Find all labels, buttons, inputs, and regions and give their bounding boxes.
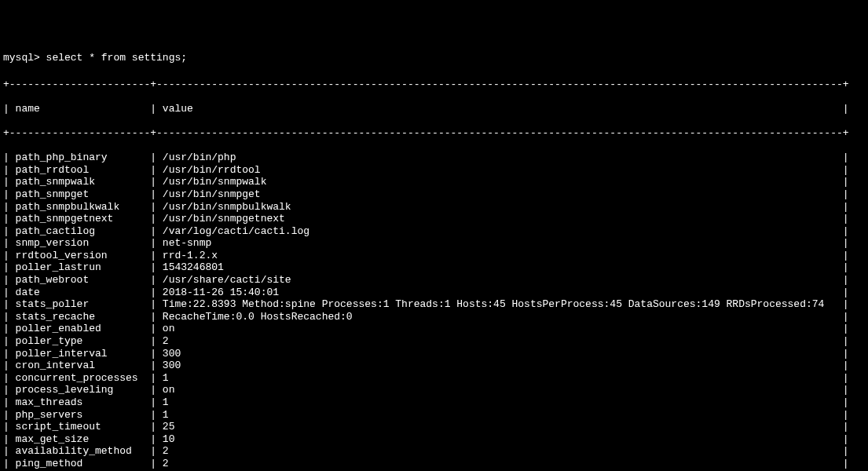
header-row: | name | value | bbox=[3, 103, 865, 115]
table-row: | poller_enabled | on | bbox=[3, 323, 865, 335]
table-row: | php_servers | 1 | bbox=[3, 409, 865, 422]
table-row: | path_snmpbulkwalk | /usr/bin/snmpbulkw… bbox=[3, 201, 865, 214]
table-row: | path_rrdtool | /usr/bin/rrdtool | bbox=[3, 164, 865, 177]
table-row: | cron_interval | 300 | bbox=[3, 360, 865, 372]
table-row: | poller_interval | 300 | bbox=[3, 348, 865, 360]
table-row: | concurrent_processes | 1 | bbox=[3, 372, 865, 385]
mysql-prompt: mysql> select * from settings; bbox=[3, 52, 865, 64]
table-body: | path_php_binary | /usr/bin/php || path… bbox=[3, 152, 865, 471]
header-separator: +-----------------------+---------------… bbox=[3, 127, 865, 140]
table-row: | stats_poller | Time:22.8393 Method:spi… bbox=[3, 298, 865, 311]
table-row: | path_webroot | /usr/share/cacti/site | bbox=[3, 274, 865, 287]
table-row: | max_threads | 1 | bbox=[3, 396, 865, 409]
table-row: | process_leveling | on | bbox=[3, 384, 865, 396]
table-row: | date | 2018-11-26 15:40:01 | bbox=[3, 287, 865, 299]
top-separator: +-----------------------+---------------… bbox=[3, 78, 865, 91]
table-row: | rrdtool_version | rrd-1.2.x | bbox=[3, 250, 865, 262]
table-row: | snmp_version | net-snmp | bbox=[3, 237, 865, 250]
table-row: | path_snmpgetnext | /usr/bin/snmpgetnex… bbox=[3, 213, 865, 225]
table-row: | poller_type | 2 | bbox=[3, 335, 865, 348]
table-row: | max_get_size | 10 | bbox=[3, 433, 865, 446]
table-row: | path_cactilog | /var/log/cacti/cacti.l… bbox=[3, 225, 865, 238]
table-row: | script_timeout | 25 | bbox=[3, 421, 865, 433]
table-row: | path_snmpget | /usr/bin/snmpget | bbox=[3, 188, 865, 201]
table-row: | path_snmpwalk | /usr/bin/snmpwalk | bbox=[3, 176, 865, 188]
table-row: | poller_lastrun | 1543246801 | bbox=[3, 261, 865, 274]
table-row: | stats_recache | RecacheTime:0.0 HostsR… bbox=[3, 311, 865, 323]
table-row: | availability_method | 2 | bbox=[3, 445, 865, 458]
table-row: | ping_method | 2 | bbox=[3, 458, 865, 470]
table-row: | path_php_binary | /usr/bin/php | bbox=[3, 152, 865, 164]
